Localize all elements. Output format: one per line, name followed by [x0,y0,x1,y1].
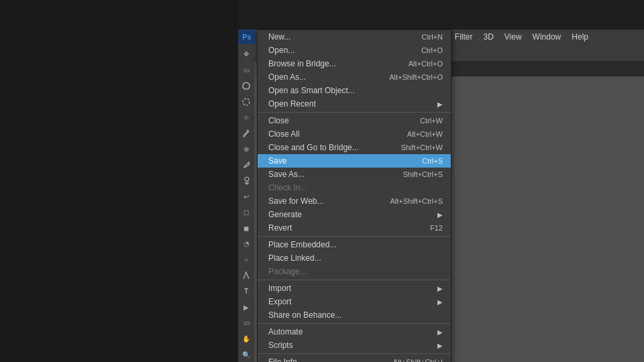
menu-item-save-as[interactable]: Save As... Shift+Ctrl+S [258,168,451,181]
menu-item-open-as[interactable]: Open As... Alt+Shift+Ctrl+O [258,70,451,84]
menu-item-new[interactable]: New... Ctrl+N [258,30,451,44]
quick-select-tool[interactable] [239,95,254,109]
menu-item-revert[interactable]: Revert F12 [258,221,451,235]
menu-item-close-all[interactable]: Close All Alt+Ctrl+W [258,127,451,141]
menu-item-package: Package... [258,265,451,278]
ps-logo: Ps [238,29,256,44]
blur-tool[interactable]: ◔ [239,237,254,251]
menu-item-browse-bridge[interactable]: Browse in Bridge... Alt+Ctrl+O [258,57,451,70]
menu-item-close-go-bridge[interactable]: Close and Go to Bridge... Shift+Ctrl+W [258,141,451,154]
menu-item-save-for-web[interactable]: Save for Web... Alt+Shift+Ctrl+S [258,194,451,208]
type-tool[interactable]: T [239,284,254,299]
separator-2 [258,236,451,237]
menu-item-scripts[interactable]: Scripts ▶ [258,339,451,352]
brush-tool[interactable] [239,158,254,172]
hand-tool[interactable]: ✋ [239,332,254,347]
svg-point-1 [245,177,249,181]
clone-tool[interactable] [239,174,254,188]
menu-item-check-in: Check In... [258,181,451,194]
menu-item-save[interactable]: Save Ctrl+S [258,154,451,168]
separator-1 [258,112,451,113]
zoom-tool[interactable]: 🔍 [239,347,254,362]
rect-select-tool[interactable]: ▭ [239,63,254,78]
file-dropdown-menu: New... Ctrl+N Open... Ctrl+O Browse in B… [257,29,451,362]
menu-view[interactable]: View [499,31,527,43]
eyedropper-tool[interactable] [239,126,254,141]
menu-window[interactable]: Window [527,31,567,43]
move-tool[interactable]: ✥ [239,47,254,62]
menu-filter[interactable]: Filter [449,31,478,43]
separator-4 [258,323,451,324]
menu-3d[interactable]: 3D [478,31,498,43]
menu-item-open[interactable]: Open... Ctrl+O [258,44,451,57]
heal-tool[interactable]: ⊕ [239,142,254,157]
history-brush-tool[interactable]: ↩ [239,189,254,204]
menu-item-close[interactable]: Close Ctrl+W [258,114,451,127]
gradient-tool[interactable]: ◼ [239,221,254,236]
lasso-tool[interactable] [239,78,254,93]
menu-item-export[interactable]: Export ▶ [258,295,451,308]
pen-tool[interactable] [239,268,254,283]
menu-item-automate[interactable]: Automate ▶ [258,325,451,339]
menu-item-open-recent[interactable]: Open Recent ▶ [258,97,451,111]
menu-item-generate[interactable]: Generate ▶ [258,208,451,221]
menu-item-share-behance[interactable]: Share on Behance... [258,308,451,322]
menu-help[interactable]: Help [566,31,594,43]
separator-3 [258,280,451,280]
menu-item-place-embedded[interactable]: Place Embedded... [258,238,451,251]
left-panel [0,0,238,362]
eraser-tool[interactable]: ◻ [239,205,254,220]
shape-tool[interactable]: ▭ [239,316,254,330]
separator-5 [258,353,451,354]
path-select-tool[interactable]: ▶ [239,300,254,315]
menu-item-file-info[interactable]: File Info... Alt+Shift+Ctrl+I [258,355,451,362]
menu-item-place-linked[interactable]: Place Linked... [258,251,451,265]
dodge-tool[interactable]: ○ [239,253,254,267]
menu-item-open-smart-object[interactable]: Open as Smart Object... [258,84,451,97]
crop-tool[interactable]: ⊹ [239,110,254,125]
menu-item-import[interactable]: Import ▶ [258,282,451,295]
svg-point-0 [243,99,250,105]
toolbar: ✥ ▭ ⊹ ⊕ ↩ ◻ ◼ ◔ ○ T ▶ ▭ ✋ 🔍 [238,44,254,362]
